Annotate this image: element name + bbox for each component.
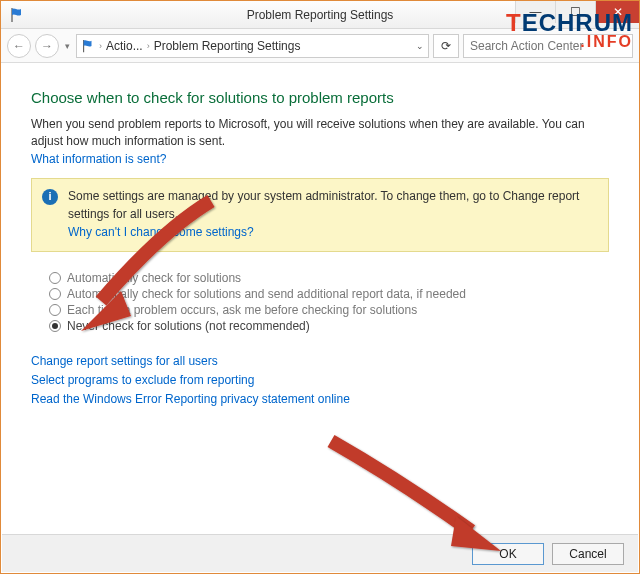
flag-icon-small <box>81 39 95 53</box>
radio-label: Never check for solutions (not recommend… <box>67 319 310 333</box>
radio-icon <box>49 320 61 332</box>
back-button[interactable]: ← <box>7 34 31 58</box>
address-dropdown-icon[interactable]: ⌄ <box>416 41 424 51</box>
info-icon: i <box>42 189 58 205</box>
page-heading: Choose when to check for solutions to pr… <box>31 89 609 106</box>
radio-icon <box>49 288 61 300</box>
breadcrumb-separator: › <box>147 41 150 51</box>
window-titlebar: Problem Reporting Settings — ☐ ✕ <box>1 1 639 29</box>
page-description: When you send problem reports to Microso… <box>31 116 609 150</box>
address-bar[interactable]: › Actio... › Problem Reporting Settings … <box>76 34 429 58</box>
notice-text: Some settings are managed by your system… <box>68 187 598 223</box>
radio-option-ask[interactable]: Each time a problem occurs, ask me befor… <box>49 302 609 318</box>
forward-button[interactable]: → <box>35 34 59 58</box>
info-sent-link[interactable]: What information is sent? <box>31 152 166 166</box>
minimize-button[interactable]: — <box>515 1 555 23</box>
radio-group: Automatically check for solutions Automa… <box>49 270 609 334</box>
related-links: Change report settings for all users Sel… <box>31 352 609 410</box>
admin-notice: i Some settings are managed by your syst… <box>31 178 609 252</box>
flag-icon <box>9 7 25 23</box>
breadcrumb-item-2[interactable]: Problem Reporting Settings <box>154 39 301 53</box>
refresh-button[interactable]: ⟳ <box>433 34 459 58</box>
radio-icon <box>49 304 61 316</box>
breadcrumb-item-1[interactable]: Actio... <box>106 39 143 53</box>
radio-option-auto[interactable]: Automatically check for solutions <box>49 270 609 286</box>
radio-label: Automatically check for solutions <box>67 271 241 285</box>
window-controls: — ☐ ✕ <box>515 1 639 23</box>
navigation-bar: ← → ▾ › Actio... › Problem Reporting Set… <box>1 29 639 63</box>
content-area: Choose when to check for solutions to pr… <box>1 63 639 419</box>
breadcrumb-separator: › <box>99 41 102 51</box>
link-exclude-programs[interactable]: Select programs to exclude from reportin… <box>31 371 609 390</box>
maximize-button[interactable]: ☐ <box>555 1 595 23</box>
recent-locations-chevron[interactable]: ▾ <box>63 41 72 51</box>
radio-icon <box>49 272 61 284</box>
link-privacy-statement[interactable]: Read the Windows Error Reporting privacy… <box>31 390 609 409</box>
radio-option-never[interactable]: Never check for solutions (not recommend… <box>49 318 609 334</box>
cancel-button[interactable]: Cancel <box>552 543 624 565</box>
search-input[interactable] <box>463 34 633 58</box>
radio-label: Each time a problem occurs, ask me befor… <box>67 303 417 317</box>
notice-help-link[interactable]: Why can't I change some settings? <box>68 225 254 239</box>
radio-option-auto-send[interactable]: Automatically check for solutions and se… <box>49 286 609 302</box>
ok-button[interactable]: OK <box>472 543 544 565</box>
radio-label: Automatically check for solutions and se… <box>67 287 466 301</box>
dialog-button-bar: OK Cancel <box>2 534 638 572</box>
close-button[interactable]: ✕ <box>595 1 639 23</box>
link-change-all-users[interactable]: Change report settings for all users <box>31 352 609 371</box>
